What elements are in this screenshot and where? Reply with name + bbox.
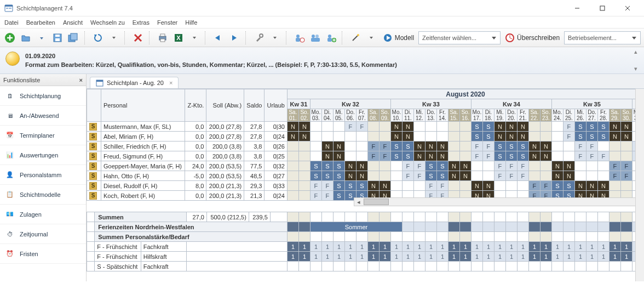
- shift-cell[interactable]: [310, 142, 321, 151]
- shift-cell[interactable]: [344, 151, 356, 161]
- shift-cell[interactable]: [287, 151, 298, 161]
- shift-cell[interactable]: [379, 122, 390, 132]
- shift-cell[interactable]: [298, 142, 310, 151]
- shift-cell[interactable]: F: [517, 171, 528, 181]
- sidebar-item-3[interactable]: 📊Auswertungen: [0, 145, 86, 165]
- shift-cell[interactable]: S: [482, 122, 494, 132]
- shift-cell[interactable]: [390, 161, 402, 171]
- info-scroll[interactable]: ▴ ▾: [634, 48, 643, 72]
- shift-cell[interactable]: [287, 142, 298, 151]
- shift-cell[interactable]: N: [344, 171, 356, 181]
- shift-cell[interactable]: S: [333, 171, 344, 181]
- shift-cell[interactable]: N: [425, 142, 436, 151]
- shift-cell[interactable]: F: [563, 132, 574, 142]
- shift-cell[interactable]: [310, 132, 321, 142]
- excel-drop-button[interactable]: [187, 31, 201, 45]
- sidebar-item-8[interactable]: ⏰Fristen: [0, 244, 86, 264]
- day-header[interactable]: Mo.24.: [551, 109, 563, 122]
- shift-cell[interactable]: N: [505, 132, 517, 142]
- shift-cell[interactable]: S: [517, 142, 528, 151]
- day-header[interactable]: Mo.17.: [471, 109, 482, 122]
- shift-cell[interactable]: [551, 151, 563, 161]
- shift-cell[interactable]: [448, 122, 459, 132]
- table-row[interactable]: SMustermann, Max (F, SL)0,0200,0 (27,8)2…: [87, 122, 644, 132]
- shift-cell[interactable]: [609, 151, 620, 161]
- shift-cell[interactable]: [321, 132, 333, 142]
- menu-hilfe[interactable]: Hilfe: [185, 19, 197, 26]
- shift-cell[interactable]: [459, 132, 471, 142]
- shift-cell[interactable]: N: [459, 171, 471, 181]
- shift-cell[interactable]: F: [494, 161, 505, 171]
- shift-cell[interactable]: N: [597, 181, 609, 191]
- shift-cell[interactable]: [517, 181, 528, 191]
- shift-cell[interactable]: N: [448, 161, 459, 171]
- shift-cell[interactable]: [367, 171, 379, 181]
- shift-cell[interactable]: [333, 132, 344, 142]
- shift-cell[interactable]: S: [321, 161, 333, 171]
- shift-cell[interactable]: [310, 122, 321, 132]
- table-row[interactable]: SDiesel, Rudolf (F, H)8,0200,0 (21,3)29,…: [87, 181, 644, 191]
- shift-cell[interactable]: N: [356, 171, 367, 181]
- shift-cell[interactable]: [471, 171, 482, 181]
- wand-button[interactable]: [349, 31, 363, 45]
- shift-cell[interactable]: F: [344, 122, 356, 132]
- shift-cell[interactable]: S: [563, 181, 574, 191]
- shift-cell[interactable]: S: [574, 132, 586, 142]
- shift-cell[interactable]: S: [436, 161, 448, 171]
- persons-button[interactable]: [308, 31, 322, 45]
- shift-cell[interactable]: N: [620, 132, 632, 142]
- close-button[interactable]: [616, 1, 640, 16]
- shift-cell[interactable]: [298, 161, 310, 171]
- shift-cell[interactable]: [528, 171, 540, 181]
- shift-cell[interactable]: [321, 122, 333, 132]
- shift-cell[interactable]: [448, 142, 459, 151]
- shift-cell[interactable]: S: [390, 151, 402, 161]
- day-header[interactable]: Sa.08.: [367, 109, 379, 122]
- shift-cell[interactable]: N: [298, 132, 310, 142]
- shift-cell[interactable]: [379, 171, 390, 181]
- shift-cell[interactable]: N: [436, 151, 448, 161]
- nav-forward-button[interactable]: [228, 31, 242, 45]
- shift-cell[interactable]: S: [321, 171, 333, 181]
- shift-cell[interactable]: S: [390, 142, 402, 151]
- shift-cell[interactable]: [528, 122, 540, 132]
- shift-cell[interactable]: [344, 132, 356, 142]
- shift-cell[interactable]: N: [563, 161, 574, 171]
- shift-cell[interactable]: N: [402, 132, 413, 142]
- shift-cell[interactable]: N: [413, 142, 425, 151]
- shift-cell[interactable]: N: [356, 161, 367, 171]
- model-icon[interactable]: Modell: [381, 31, 416, 45]
- day-header[interactable]: Di.04.: [321, 109, 333, 122]
- shift-cell[interactable]: F: [517, 161, 528, 171]
- day-header[interactable]: Mi.19.: [494, 109, 505, 122]
- table-row[interactable]: SSchiller, Friedrich (F, H)0,0200,0 (3,8…: [87, 142, 644, 151]
- shift-cell[interactable]: F: [379, 151, 390, 161]
- day-header[interactable]: Sa.15.: [448, 109, 459, 122]
- menu-bearbeiten[interactable]: Bearbeiten: [26, 19, 55, 26]
- shift-cell[interactable]: N: [287, 122, 298, 132]
- shift-cell[interactable]: [482, 171, 494, 181]
- shift-cell[interactable]: [620, 142, 632, 151]
- day-header[interactable]: Di.18.: [482, 109, 494, 122]
- shift-cell[interactable]: [620, 151, 632, 161]
- shift-cell[interactable]: S: [597, 132, 609, 142]
- day-header[interactable]: Di.11.: [402, 109, 413, 122]
- day-header[interactable]: Mi.26.: [574, 109, 586, 122]
- menu-extras[interactable]: Extras: [133, 19, 150, 26]
- day-header[interactable]: Do.27.: [586, 109, 597, 122]
- shift-cell[interactable]: F: [482, 151, 494, 161]
- shift-cell[interactable]: N: [505, 122, 517, 132]
- shift-cell[interactable]: S: [494, 151, 505, 161]
- shift-cell[interactable]: S: [494, 142, 505, 151]
- shift-cell[interactable]: [390, 171, 402, 181]
- add-button[interactable]: [3, 31, 17, 45]
- shift-cell[interactable]: [287, 171, 298, 181]
- shift-cell[interactable]: F: [597, 151, 609, 161]
- shift-cell[interactable]: S: [344, 181, 356, 191]
- scroll-down-icon[interactable]: ▾: [634, 65, 643, 72]
- shift-cell[interactable]: F: [505, 171, 517, 181]
- shift-cell[interactable]: F: [482, 142, 494, 151]
- wand-drop-button[interactable]: [365, 31, 378, 45]
- shift-cell[interactable]: [436, 132, 448, 142]
- shift-cell[interactable]: N: [425, 151, 436, 161]
